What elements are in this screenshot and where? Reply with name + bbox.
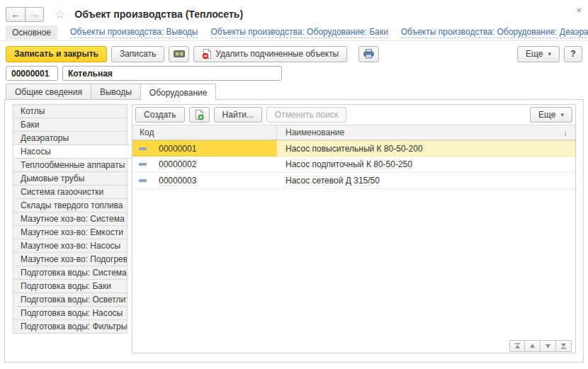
find-button[interactable]: Найти... <box>214 107 262 123</box>
create-copy-button[interactable] <box>189 107 210 123</box>
sidebar-item-voda-baki[interactable]: Подготовка воды: Баки <box>13 279 128 293</box>
code-value: 00000001 <box>159 144 196 154</box>
list-more-button[interactable]: Еще ▾ <box>530 107 572 123</box>
delete-document-icon <box>202 49 212 59</box>
page-title: Объект производства (Теплосеть) <box>74 8 243 20</box>
register-records-icon <box>174 50 185 58</box>
name-value: Насос подпиточный К 80-50-250 <box>285 159 412 169</box>
sidebar-item-mazut-sistema[interactable]: Мазутное хоз-во: Система <box>13 212 128 226</box>
tab-oborudovanie[interactable]: Оборудование <box>141 84 217 101</box>
table-row[interactable]: 00000003 Насос сетевой Д 315/50 <box>132 173 575 189</box>
delete-subordinates-button[interactable]: Удалить подчиненные объекты <box>193 46 347 62</box>
column-header-code[interactable]: Код <box>132 125 277 140</box>
go-last-icon <box>560 343 567 349</box>
list-scroll-nav <box>509 340 572 352</box>
code-input[interactable] <box>6 66 58 81</box>
cell-code[interactable]: 00000002 <box>132 157 277 172</box>
sidebar-item-kotly[interactable]: Котлы <box>13 104 128 118</box>
print-button[interactable] <box>358 46 379 62</box>
cell-code[interactable]: 00000003 <box>132 173 277 188</box>
more-button[interactable]: Еще ▾ <box>517 46 560 62</box>
tab-obschie-svedeniya[interactable]: Общие сведения <box>6 84 91 100</box>
arrow-down-icon <box>545 343 551 349</box>
related-records-button[interactable] <box>169 46 189 62</box>
sidebar-item-teploobmennye[interactable]: Теплообменные аппараты <box>13 158 128 172</box>
name-value: Насос сетевой Д 315/50 <box>285 176 380 186</box>
table-row[interactable]: 00000001 Насос повысительный К 80-50-200 <box>132 140 575 157</box>
list-toolbar: Создать Найти... Отменить поиск <box>132 105 575 125</box>
printer-icon <box>363 49 374 59</box>
form-fields <box>6 66 282 81</box>
nav-link-vyvody[interactable]: Объекты производства: Выводы <box>70 27 198 38</box>
list-more-label: Еще <box>538 110 555 120</box>
object-form-window: ← → ☆ Объект производства (Теплосеть) × … <box>0 0 588 369</box>
sections-navbar: Основное Объекты производства: Выводы Об… <box>0 25 588 41</box>
name-value: Насос повысительный К 80-50-200 <box>285 144 423 154</box>
go-first-icon <box>514 343 521 349</box>
cancel-search-button[interactable]: Отменить поиск <box>266 107 346 123</box>
code-value: 00000002 <box>159 159 196 169</box>
name-input[interactable] <box>62 66 282 81</box>
more-label: Еще <box>526 49 543 59</box>
sidebar-item-baki[interactable]: Баки <box>13 118 128 132</box>
code-value: 00000003 <box>159 176 196 186</box>
table-row[interactable]: 00000002 Насос подпиточный К 80-50-250 <box>132 157 575 173</box>
equipment-list-panel: Создать Найти... Отменить поиск <box>132 104 576 353</box>
window-header: ← → ☆ Объект производства (Теплосеть) <box>6 6 570 23</box>
sidebar-item-mazut-nasosy[interactable]: Мазутное хоз-во: Насосы <box>13 239 128 253</box>
catalog-item-icon <box>139 179 147 182</box>
back-button[interactable]: ← <box>6 7 25 22</box>
command-bar: Записать и закрыть Записать Удалит <box>6 45 582 62</box>
create-button[interactable]: Создать <box>135 107 185 123</box>
go-up-button[interactable] <box>525 340 541 352</box>
cell-name[interactable]: Насос сетевой Д 315/50 <box>277 173 575 188</box>
sidebar-item-nasosy[interactable]: Насосы <box>13 144 132 159</box>
save-button[interactable]: Записать <box>111 46 164 62</box>
favorite-star-icon[interactable]: ☆ <box>55 8 65 21</box>
arrow-up-icon <box>529 343 536 349</box>
list-header-row: Код Наименование ↓ <box>132 125 575 140</box>
catalog-item-icon <box>139 147 147 150</box>
column-header-name[interactable]: Наименование <box>277 127 555 137</box>
sidebar-item-voda-filtry[interactable]: Подготовка воды: Фильтры <box>13 319 128 334</box>
sidebar-item-mazut-emkosti[interactable]: Мазутное хоз-во: Емкости <box>13 225 128 239</box>
sidebar-item-voda-nasosy[interactable]: Подготовка воды: Насосы <box>13 306 128 320</box>
cell-name[interactable]: Насос повысительный К 80-50-200 <box>277 140 575 157</box>
nav-link-oborudovanie-deaeratory[interactable]: Объекты производства: Оборудование: Деаэ… <box>401 27 588 38</box>
forward-arrow-icon: → <box>30 9 39 20</box>
chevron-down-icon: ▾ <box>560 111 564 118</box>
go-down-button[interactable] <box>541 340 556 352</box>
cell-name[interactable]: Насос подпиточный К 80-50-250 <box>277 157 575 172</box>
sidebar-item-mazut-podogrevateli[interactable]: Мазутное хоз-во: Подогреватели <box>13 252 128 266</box>
forward-button[interactable]: → <box>25 7 44 22</box>
equipment-sidebar: Котлы Баки Деаэраторы Насосы Теплообменн… <box>13 104 128 334</box>
form-tabs: Общие сведения Выводы Оборудование <box>6 84 216 101</box>
sidebar-item-sklady-topliva[interactable]: Склады твердого топлива <box>13 198 128 212</box>
tab-vyvody[interactable]: Выводы <box>91 84 141 100</box>
go-last-button[interactable] <box>556 340 572 352</box>
sidebar-item-dymovye-truby[interactable]: Дымовые трубы <box>13 171 128 186</box>
sidebar-item-voda-sistema[interactable]: Подготовка воды: Система <box>13 266 128 280</box>
catalog-item-icon <box>139 163 147 166</box>
close-button[interactable]: × <box>576 6 582 15</box>
nav-tab-main[interactable]: Основное <box>6 25 57 40</box>
help-button[interactable]: ? <box>564 46 582 62</box>
sidebar-item-voda-osvetliteli[interactable]: Подготовка воды: Осветлители <box>13 293 128 307</box>
cell-code[interactable]: 00000001 <box>132 140 277 157</box>
sidebar-item-gazoochistka[interactable]: Система газоочистки <box>13 185 128 199</box>
sort-descending-icon[interactable]: ↓ <box>555 128 575 137</box>
delete-subordinates-label: Удалить подчиненные объекты <box>215 49 339 59</box>
nav-link-oborudovanie-baki[interactable]: Объекты производства: Оборудование: Баки <box>211 27 388 38</box>
history-nav-group: ← → <box>6 7 44 22</box>
chevron-down-icon: ▾ <box>548 50 551 57</box>
sidebar-item-deaeratory[interactable]: Деаэраторы <box>13 131 128 145</box>
new-document-icon <box>194 110 204 120</box>
tab-content-panel: Котлы Баки Деаэраторы Насосы Теплообменн… <box>4 99 584 363</box>
save-close-button[interactable]: Записать и закрыть <box>6 46 107 62</box>
go-first-button[interactable] <box>509 340 525 352</box>
back-arrow-icon: ← <box>11 9 21 20</box>
